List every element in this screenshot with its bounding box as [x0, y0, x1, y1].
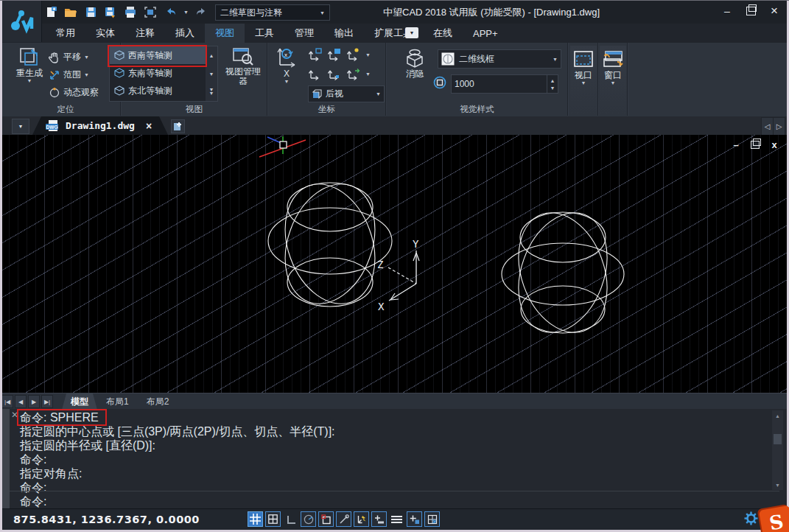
mdi-close-button[interactable]: x	[768, 139, 780, 150]
sphere-wireframe-right[interactable]	[502, 200, 624, 345]
ortho-icon	[286, 514, 296, 525]
tab-scroll-right-icon[interactable]: ▷	[773, 117, 785, 136]
scroll-more-icon[interactable]: ▼▼	[206, 83, 217, 101]
view-manager-button[interactable]: 视图管理器	[222, 46, 264, 101]
view-item-sw-isometric[interactable]: 西南等轴测	[110, 46, 217, 64]
layout-tab-model[interactable]: 模型	[62, 393, 97, 410]
zoom-extents-button[interactable]: 范围 ▼	[49, 66, 89, 83]
annotation-monitor-toggle[interactable]	[424, 511, 440, 527]
viewport-button[interactable]: 视口 ▼	[570, 46, 597, 115]
document-tab-active[interactable]: DWG Drawing1.dwg ×	[32, 116, 168, 135]
tab-solid[interactable]: 实体	[85, 24, 125, 43]
lens-length-input[interactable]: 1000 ▲▼	[451, 74, 558, 94]
ucs-object-icon[interactable]	[327, 47, 342, 62]
object-snap-toggle[interactable]	[318, 511, 334, 527]
polar-toggle[interactable]	[301, 511, 316, 527]
undo-dropdown-icon[interactable]: ▼	[183, 10, 189, 15]
scroll-down-icon[interactable]: ▼	[206, 65, 217, 83]
print-icon[interactable]	[124, 5, 137, 18]
redo-icon[interactable]	[195, 5, 208, 18]
settings-gear-icon[interactable]	[744, 511, 758, 525]
document-tab-close-icon[interactable]: ×	[146, 120, 152, 132]
plot-preview-icon[interactable]	[144, 5, 157, 18]
mdi-window-controls: – x	[730, 139, 780, 150]
mdi-minimize-button[interactable]: –	[730, 139, 742, 150]
view-manager-label: 视图管理器	[222, 67, 264, 86]
command-close-icon[interactable]: ✕	[11, 410, 18, 420]
visual-style-select[interactable]: 二维线框 ▼	[438, 49, 561, 69]
named-view-select[interactable]: 后视 ▼	[308, 85, 385, 102]
scroll-up-icon[interactable]: ▲	[775, 410, 780, 421]
ucs-row1-dropdown-icon[interactable]: ▼	[365, 52, 371, 57]
mdi-restore-button[interactable]	[749, 139, 761, 150]
ucs-z-axis-icon[interactable]	[327, 66, 342, 81]
ucs-button[interactable]: x X ▼	[271, 46, 302, 102]
polar-icon	[304, 514, 314, 525]
minimize-button[interactable]: –	[720, 4, 734, 18]
scroll-up-icon[interactable]: ▲	[206, 46, 217, 65]
new-document-tab-button[interactable]	[171, 119, 185, 133]
regen-button[interactable]: 重生成 ▼	[13, 46, 46, 101]
command-window-grip[interactable]	[2, 409, 10, 508]
app-logo[interactable]	[2, 1, 42, 42]
new-icon[interactable]	[44, 5, 57, 18]
tab-manage[interactable]: 管理	[284, 24, 324, 43]
layout-tab-layout2[interactable]: 布局2	[138, 393, 178, 410]
lineweight-toggle[interactable]	[371, 511, 387, 527]
layout-last-icon[interactable]: ▶|	[41, 395, 53, 408]
hide-button[interactable]: 消隐	[398, 47, 432, 100]
command-divider	[10, 491, 779, 491]
status-menu-button[interactable]	[389, 511, 404, 527]
pan-button[interactable]: 平移 ▼	[49, 49, 89, 66]
tab-app-plus[interactable]: APP+	[463, 24, 508, 43]
ucs-origin-icon[interactable]	[308, 47, 323, 62]
command-history-line: 命令: SPHERE	[20, 410, 99, 426]
command-prompt[interactable]: 命令:	[20, 494, 46, 510]
layout-first-icon[interactable]: |◀	[1, 395, 13, 408]
view-item-ne-isometric[interactable]: 东北等轴测	[110, 82, 217, 99]
panel-label-locate: 定位	[10, 104, 121, 116]
dynamic-input-toggle[interactable]	[354, 511, 369, 527]
layout-prev-icon[interactable]: ◀	[15, 395, 27, 408]
tab-insert[interactable]: 插入	[165, 24, 205, 43]
tab-annotate[interactable]: 注释	[125, 24, 165, 43]
object-snap-tracking-toggle[interactable]	[336, 511, 351, 527]
layout-tab-layout1[interactable]: 布局1	[97, 393, 138, 410]
annotation-scale-toggle[interactable]	[407, 511, 422, 527]
viewport-label: 视口	[570, 71, 597, 80]
ortho-toggle[interactable]	[283, 511, 298, 527]
ucs-row2-dropdown-icon[interactable]: ▼	[365, 71, 371, 77]
window-cascade-button[interactable]: 窗口 ▼	[600, 46, 626, 115]
undo-icon[interactable]	[164, 5, 177, 18]
workspace-select[interactable]: 二维草图与注释 ▼	[215, 4, 330, 21]
lens-length-spinner[interactable]: ▲▼	[547, 75, 558, 93]
sphere-wireframe-left[interactable]	[268, 172, 392, 317]
scroll-down-icon[interactable]: ▼	[775, 480, 780, 490]
close-button[interactable]: ×	[767, 4, 782, 18]
command-scrollbar[interactable]: ▲ ▼	[772, 410, 783, 490]
ucs-rotate-icon[interactable]	[346, 66, 361, 81]
document-list-dropdown[interactable]: ▼	[12, 119, 29, 134]
tab-output[interactable]: 输出	[324, 24, 364, 43]
ribbon-tabs: 常用 实体 注释 插入 视图 工具 管理 输出 扩展工具 在线 APP+	[46, 24, 508, 43]
ribbon-display-toggle[interactable]: ▼	[405, 27, 418, 38]
ucs-face-icon[interactable]	[346, 47, 361, 62]
view-list-scrollbar: ▲ ▼ ▼▼	[206, 46, 218, 102]
grid-toggle[interactable]	[248, 511, 263, 527]
tab-tools[interactable]: 工具	[245, 24, 284, 43]
view-item-se-isometric[interactable]: 东南等轴测	[110, 64, 217, 82]
ucs-previous-icon[interactable]	[308, 66, 323, 81]
scrollbar-thumb[interactable]	[774, 434, 782, 444]
snap-toggle[interactable]	[265, 511, 281, 527]
maximize-button[interactable]	[743, 4, 758, 18]
tab-scroll-left-icon[interactable]: ◁	[761, 117, 774, 136]
layout-next-icon[interactable]: ▶	[28, 395, 40, 408]
tab-online[interactable]: 在线	[423, 24, 463, 43]
save-icon[interactable]	[84, 5, 97, 18]
tab-home[interactable]: 常用	[46, 24, 85, 43]
orbit-button[interactable]: 动态观察	[49, 84, 99, 101]
drawing-canvas[interactable]: – x Y X Z	[0, 135, 789, 393]
open-icon[interactable]	[64, 5, 77, 18]
tab-view[interactable]: 视图	[205, 24, 245, 43]
save-as-icon[interactable]	[104, 5, 117, 18]
